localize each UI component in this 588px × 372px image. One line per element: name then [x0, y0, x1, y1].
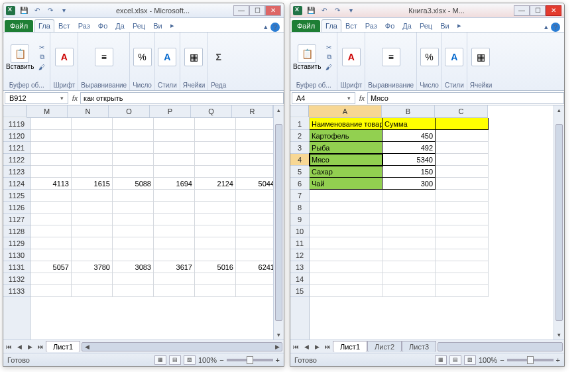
zoom-out-icon[interactable]: −: [219, 356, 223, 364]
save-icon[interactable]: 💾: [305, 5, 317, 16]
name-box[interactable]: B912▾: [5, 92, 68, 104]
row-header[interactable]: 1130: [3, 249, 30, 261]
fx-icon[interactable]: fx: [357, 94, 367, 102]
styles-icon[interactable]: A: [445, 48, 463, 66]
file-tab[interactable]: Файл: [292, 20, 320, 32]
row-header[interactable]: 1133: [3, 285, 30, 297]
scroll-up-icon[interactable]: ▴: [274, 105, 284, 115]
cell[interactable]: [30, 142, 72, 154]
number-icon[interactable]: %: [420, 48, 439, 66]
cell[interactable]: [30, 166, 72, 178]
help-icon[interactable]: ?: [270, 23, 280, 32]
cell[interactable]: 2124: [195, 178, 236, 190]
cell[interactable]: [154, 190, 195, 202]
sheet-nav-next-icon[interactable]: ▶: [312, 341, 322, 352]
cell[interactable]: [30, 130, 72, 142]
cell-area[interactable]: 4113161550881694212450445057378030833617…: [30, 118, 273, 340]
cell[interactable]: [436, 190, 489, 202]
tab-formulas[interactable]: Фо: [94, 19, 111, 32]
cell[interactable]: [154, 285, 195, 297]
cell[interactable]: [113, 154, 154, 166]
cell[interactable]: Сумма: [382, 118, 436, 130]
undo-icon[interactable]: ↶: [318, 5, 330, 16]
cell[interactable]: [382, 214, 436, 225]
cell[interactable]: [154, 154, 195, 166]
sheet-nav-last-icon[interactable]: ⏭: [322, 341, 333, 352]
cell-area[interactable]: Наименование товараСуммаКартофель450Рыба…: [310, 118, 489, 340]
hscroll-left-icon[interactable]: ◀: [82, 343, 91, 351]
ribbon-minimize-icon[interactable]: ▴: [264, 23, 268, 32]
cell[interactable]: 6241: [236, 261, 273, 273]
align-icon[interactable]: ≡: [382, 48, 400, 66]
cell[interactable]: [195, 237, 236, 249]
cell[interactable]: [382, 190, 436, 202]
copy-icon[interactable]: ⧉: [36, 52, 47, 62]
cell[interactable]: [310, 237, 382, 249]
view-layout-icon[interactable]: ▤: [169, 355, 181, 365]
formula-bar[interactable]: как открыть: [80, 92, 284, 104]
cell[interactable]: [310, 285, 382, 297]
tab-review[interactable]: Рец: [416, 19, 436, 32]
cell[interactable]: [195, 142, 236, 154]
redo-icon[interactable]: ↷: [44, 5, 56, 16]
sheet-nav-last-icon[interactable]: ⏭: [35, 341, 46, 352]
view-normal-icon[interactable]: ▦: [154, 355, 166, 365]
hscroll-right-icon[interactable]: ▶: [272, 343, 282, 351]
cell[interactable]: [154, 130, 195, 142]
cell[interactable]: [310, 214, 382, 225]
cell[interactable]: 1615: [72, 178, 113, 190]
cells-icon[interactable]: ▦: [471, 48, 490, 66]
select-all-corner[interactable]: [3, 105, 27, 117]
cell[interactable]: [30, 190, 72, 202]
format-painter-icon[interactable]: 🖌: [36, 62, 47, 72]
scroll-up-icon[interactable]: ▴: [554, 105, 564, 115]
row-header[interactable]: 1126: [3, 202, 30, 214]
cell[interactable]: [154, 214, 195, 225]
cell[interactable]: [236, 118, 273, 130]
cell[interactable]: 5088: [113, 178, 154, 190]
cell[interactable]: [382, 273, 436, 285]
col-header[interactable]: N: [68, 105, 109, 117]
tab-more-icon[interactable]: ▸: [453, 19, 465, 32]
cell[interactable]: Картофель: [310, 130, 382, 142]
row-header[interactable]: 14: [290, 273, 309, 285]
cell[interactable]: [72, 214, 113, 225]
cell[interactable]: 492: [382, 142, 436, 154]
row-header[interactable]: 8: [290, 202, 309, 214]
cell[interactable]: [30, 118, 72, 130]
row-header[interactable]: 11: [290, 237, 309, 249]
cell[interactable]: [113, 237, 154, 249]
tab-home[interactable]: Гла: [34, 19, 54, 32]
row-header[interactable]: 2: [290, 130, 309, 142]
scroll-thumb[interactable]: [556, 124, 563, 321]
row-header[interactable]: 1122: [3, 154, 30, 166]
cell[interactable]: Сахар: [310, 166, 382, 178]
sheet-nav-first-icon[interactable]: ⏮: [290, 341, 301, 352]
cell[interactable]: [236, 154, 273, 166]
col-header[interactable]: A: [309, 105, 382, 117]
cell[interactable]: [195, 225, 236, 237]
cell[interactable]: [436, 285, 489, 297]
cell[interactable]: [30, 154, 72, 166]
cell[interactable]: [195, 285, 236, 297]
row-header[interactable]: 1131: [3, 261, 30, 273]
row-header[interactable]: 1129: [3, 237, 30, 249]
cell[interactable]: [436, 249, 489, 261]
scroll-down-icon[interactable]: ▾: [274, 330, 284, 340]
sheet-tab-2[interactable]: Лист2: [367, 341, 402, 352]
cell[interactable]: [310, 225, 382, 237]
fx-icon[interactable]: fx: [70, 94, 80, 102]
cell[interactable]: [310, 273, 382, 285]
paste-icon[interactable]: 📋: [298, 44, 316, 63]
scroll-thumb[interactable]: [275, 124, 282, 321]
redo-icon[interactable]: ↷: [331, 5, 343, 16]
cell[interactable]: [195, 166, 236, 178]
cell[interactable]: [154, 142, 195, 154]
cell[interactable]: [382, 261, 436, 273]
maximize-button[interactable]: ☐: [249, 5, 265, 16]
cell[interactable]: 150: [382, 166, 436, 178]
row-header[interactable]: 1128: [3, 225, 30, 237]
row-header[interactable]: 9: [290, 214, 309, 225]
cell[interactable]: [236, 130, 273, 142]
cell[interactable]: [382, 285, 436, 297]
